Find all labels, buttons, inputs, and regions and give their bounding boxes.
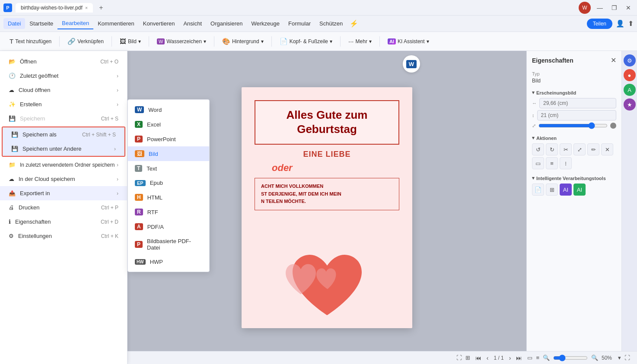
scale-dot: [610, 123, 616, 129]
minimize-button[interactable]: —: [594, 3, 605, 12]
single-page-button[interactable]: ▭: [527, 355, 532, 361]
intelligent-actions-row: 📄 ⊞ AI AI: [532, 184, 616, 196]
person-share-icon[interactable]: 👤: [616, 19, 624, 28]
scale-slider[interactable]: [538, 122, 608, 129]
ocr-action-btn[interactable]: 📄: [532, 184, 544, 196]
bild-button[interactable]: 🖼 Bild ▾: [115, 35, 145, 47]
menu-ansicht[interactable]: Ansicht: [179, 18, 206, 29]
edit-action-btn[interactable]: ✏: [587, 143, 599, 155]
menu-item-eigenschaften[interactable]: ℹEigenschaften Ctrl + D: [0, 215, 127, 229]
menu-schuetzen[interactable]: Schützen: [315, 18, 347, 29]
ai-action-btn-1[interactable]: AI: [560, 184, 572, 196]
add-tab-button[interactable]: +: [96, 4, 105, 12]
strip-icon-1[interactable]: ⚙: [624, 54, 636, 66]
undo-action-btn[interactable]: ↺: [532, 143, 544, 155]
menu-organisieren[interactable]: Organisieren: [206, 18, 247, 29]
menu-item-exportiert[interactable]: 📤Exportiert in ›: [0, 186, 127, 200]
menu-startseite[interactable]: Startseite: [25, 18, 57, 29]
last-page-button[interactable]: ⏭: [514, 354, 524, 362]
zoom-out-button[interactable]: 🔍: [543, 355, 550, 361]
mehr-button[interactable]: ··· Mehr ▾: [344, 35, 376, 47]
export-word[interactable]: W Word: [128, 102, 209, 117]
export-text[interactable]: T Text: [128, 161, 209, 176]
export-icon: 📤: [9, 190, 16, 196]
export-powerpoint[interactable]: P PowerPoint: [128, 132, 209, 146]
export-bildbasierte[interactable]: P Bildbasierte PDF-Datei: [128, 234, 209, 255]
zoom-dropdown-button[interactable]: ▾: [618, 355, 621, 361]
zoom-slider[interactable]: [553, 355, 588, 361]
height-input[interactable]: [537, 110, 617, 120]
avatar: W: [579, 2, 591, 14]
export-bild[interactable]: 🖼 Bild: [128, 146, 209, 161]
export-epub[interactable]: EP Epub: [128, 176, 209, 190]
export-rtf[interactable]: R RTF: [128, 205, 209, 219]
table-action-btn[interactable]: ⊞: [546, 184, 558, 196]
frame-action-btn[interactable]: ▭: [532, 157, 544, 169]
kopf-fusszeile-button[interactable]: 📄 Kopf- & Fußzeile ▾: [275, 35, 337, 47]
next-page-button[interactable]: ›: [507, 354, 513, 362]
menu-item-zuletzt[interactable]: 🕐Zuletzt geöffnet ›: [0, 69, 127, 83]
menu-item-drucken[interactable]: 🖨Drucken Ctrl + P: [0, 200, 127, 215]
export-html[interactable]: H HTML: [128, 190, 209, 205]
menu-formular[interactable]: Formular: [284, 18, 315, 29]
watermark-icon: W: [157, 38, 165, 44]
app-icon: P: [3, 3, 12, 12]
strip-icon-4[interactable]: ★: [624, 98, 636, 111]
toolbar-separator-6: [340, 36, 341, 47]
strip-icon-2[interactable]: ●: [624, 69, 636, 81]
menu-item-oeffnen[interactable]: 📂Öffnen Ctrl + O: [0, 54, 127, 69]
scale-row: ⤢: [532, 122, 616, 129]
width-input[interactable]: [539, 98, 616, 108]
menu-item-cloud-speichern[interactable]: ☁In der Cloud speichern ›: [0, 172, 127, 186]
zoom-percent: 50%: [602, 355, 615, 361]
delete-action-btn[interactable]: ✕: [601, 143, 613, 155]
menu-item-in-zuletzt[interactable]: 📁In zuletzt verwendetem Ordner speichern…: [0, 158, 127, 172]
menu-item-cloud-oeffnen[interactable]: ☁Cloud öffnen ›: [0, 83, 127, 97]
export-pdfa[interactable]: A PDF/A: [128, 219, 209, 234]
maximize-button[interactable]: ❐: [609, 3, 620, 12]
verknuepfen-button[interactable]: 🔗 Verknüpfen: [63, 35, 108, 47]
first-page-button[interactable]: ⏮: [474, 354, 483, 362]
print-icon: 🖨: [9, 204, 14, 211]
close-button[interactable]: ✕: [623, 3, 634, 12]
fullscreen-button[interactable]: ⛶: [624, 355, 630, 361]
menu-bearbeiten[interactable]: Bearbeiten: [57, 18, 93, 29]
export-excel[interactable]: X Excel: [128, 117, 209, 132]
page-navigation: ⏮ ‹ 1 / 1 › ⏭: [474, 354, 524, 362]
menu-werkzeuge[interactable]: Werkzeuge: [247, 18, 284, 29]
hintergrund-button[interactable]: 🎨 Hintergrund ▾: [218, 35, 268, 47]
menu-datei[interactable]: Datei: [3, 18, 25, 29]
wasserzeichen-button[interactable]: W Wasserzeichen ▾: [153, 36, 210, 47]
recent-icon: 🕐: [9, 73, 16, 79]
prev-page-button[interactable]: ‹: [485, 354, 490, 362]
menu-item-erstellen[interactable]: ✨Erstellen ›: [0, 97, 127, 111]
ai-action-btn-2[interactable]: AI: [573, 184, 586, 196]
right-panel-close-button[interactable]: ✕: [611, 56, 616, 64]
continuous-scroll-button[interactable]: ≡: [536, 355, 539, 361]
upload-icon[interactable]: ⬆: [628, 19, 634, 28]
strip-icon-3[interactable]: A: [624, 84, 636, 96]
title-bar: P birthday-wishes-to-liver.pdf × + W — ❐…: [0, 0, 637, 16]
menu-konvertieren[interactable]: Konvertieren: [139, 18, 179, 29]
menu-kommentieren[interactable]: Kommentieren: [93, 18, 139, 29]
fit-page-button[interactable]: ⛶: [456, 355, 462, 361]
distribute-btn[interactable]: ⫶: [560, 157, 572, 169]
redo-action-btn[interactable]: ↻: [546, 143, 558, 155]
zoom-in-button[interactable]: 🔍: [591, 355, 598, 361]
align-left-btn[interactable]: ≡: [546, 157, 558, 169]
teilen-button[interactable]: Teilen: [587, 19, 612, 29]
thumbnail-button[interactable]: ⊞: [465, 355, 470, 361]
menu-item-einstellungen[interactable]: ⚙Einstellungen Ctrl + K: [0, 229, 127, 243]
word-floating-icon[interactable]: W: [403, 55, 420, 73]
file-tab[interactable]: birthday-wishes-to-liver.pdf ×: [16, 3, 93, 13]
menu-item-speichern-als[interactable]: 💾Speichern als Ctrl + Shift + S: [3, 127, 124, 142]
crop-action-btn[interactable]: ✂: [560, 143, 572, 155]
close-tab-button[interactable]: ×: [85, 5, 88, 10]
lightning-icon[interactable]: ⚡: [350, 19, 358, 28]
export-hwp[interactable]: HW HWP: [128, 255, 209, 269]
menu-item-speichern-unter[interactable]: 💾Speichern unter Andere ›: [3, 142, 124, 156]
move-action-btn[interactable]: ⤢: [573, 143, 586, 155]
ki-assistent-button[interactable]: AI KI Assistent ▾: [383, 36, 433, 47]
text-hinzufuegen-button[interactable]: T Text hinzufügen: [5, 35, 56, 47]
tab-filename: birthday-wishes-to-liver.pdf: [21, 5, 83, 11]
